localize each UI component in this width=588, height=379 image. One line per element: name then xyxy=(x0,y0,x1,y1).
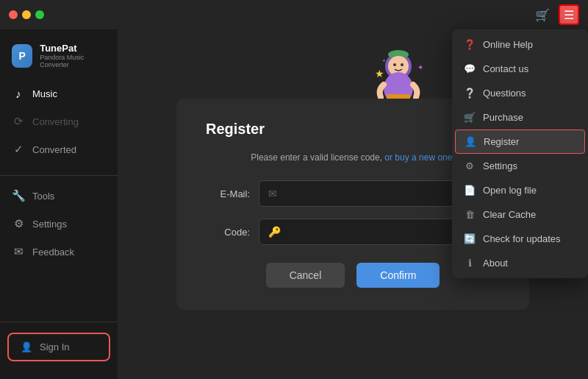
open-log-icon: 📄 xyxy=(464,185,476,196)
svg-text:✦: ✦ xyxy=(417,63,423,71)
sidebar-item-music[interactable]: ♪ Music xyxy=(0,80,118,107)
menu-item-check-updates[interactable]: 🔄 Check for updates xyxy=(452,227,588,251)
title-bar-actions: 🛒 ☰ xyxy=(532,4,579,25)
sidebar-label-music: Music xyxy=(32,88,57,99)
svg-text:+: + xyxy=(382,57,386,64)
menu-item-register[interactable]: 👤 Register xyxy=(455,130,585,154)
menu-item-purchase[interactable]: 🛒 Purchase xyxy=(452,105,588,130)
menu-label-about: About xyxy=(483,258,508,269)
sidebar: P TunePat Pandora Music Converter ♪ Musi… xyxy=(0,29,118,379)
online-help-icon: ❓ xyxy=(464,39,476,50)
sidebar-logo: P TunePat Pandora Music Converter xyxy=(0,37,118,80)
sidebar-nav: ♪ Music ⟳ Converting ✓ Converted 🔧 Tools… xyxy=(0,80,118,322)
sidebar-label-feedback: Feedback xyxy=(32,247,74,258)
menu-item-contact-us[interactable]: 💬 Contact us xyxy=(452,57,588,81)
sidebar-bottom: 👤 Sign In xyxy=(0,322,118,372)
check-updates-icon: 🔄 xyxy=(464,233,476,244)
main-content: ★ ✦ + Register Please enter a valid lice… xyxy=(118,29,588,379)
sidebar-label-tools: Tools xyxy=(32,191,54,202)
menu-item-about[interactable]: ℹ About xyxy=(452,251,588,275)
cancel-button[interactable]: Cancel xyxy=(266,263,345,288)
email-label: E-Mail: xyxy=(206,188,250,199)
settings-icon: ⚙ xyxy=(12,217,25,230)
converted-icon: ✓ xyxy=(12,143,25,156)
menu-item-settings[interactable]: ⚙ Settings xyxy=(452,154,588,178)
menu-label-questions: Questions xyxy=(483,88,526,99)
contact-us-icon: 💬 xyxy=(464,63,476,74)
confirm-button[interactable]: Confirm xyxy=(356,263,440,288)
logo-subtitle: Pandora Music Converter xyxy=(40,54,106,68)
sidebar-item-converted[interactable]: ✓ Converted xyxy=(0,135,118,163)
logo-text: TunePat Pandora Music Converter xyxy=(40,43,106,68)
music-icon: ♪ xyxy=(12,88,25,100)
menu-item-online-help[interactable]: ❓ Online Help xyxy=(452,32,588,57)
code-icon: 🔑 xyxy=(268,226,281,238)
sidebar-item-feedback[interactable]: ✉ Feedback xyxy=(0,238,118,266)
menu-label-settings: Settings xyxy=(483,160,517,171)
menu-label-register: Register xyxy=(484,136,519,147)
menu-label-check-updates: Check for updates xyxy=(483,233,561,244)
sign-in-label: Sign In xyxy=(40,341,69,353)
converting-icon: ⟳ xyxy=(12,115,25,128)
register-info-text: Please enter a valid license code, xyxy=(251,152,382,163)
logo-icon: P xyxy=(12,44,32,68)
sidebar-item-settings[interactable]: ⚙ Settings xyxy=(0,210,118,238)
code-label: Code: xyxy=(206,227,250,238)
menu-label-open-log: Open log file xyxy=(483,185,537,196)
dropdown-menu: ❓ Online Help 💬 Contact us ❔ Questions 🛒… xyxy=(452,29,588,278)
tools-icon: 🔧 xyxy=(12,189,25,202)
sign-in-icon: 👤 xyxy=(21,341,32,353)
sidebar-label-settings: Settings xyxy=(32,219,67,230)
menu-item-open-log[interactable]: 📄 Open log file xyxy=(452,178,588,202)
svg-point-4 xyxy=(393,63,396,66)
email-icon: ✉ xyxy=(268,188,277,199)
svg-text:★: ★ xyxy=(375,68,384,79)
menu-label-contact-us: Contact us xyxy=(483,63,528,74)
sidebar-item-converting: ⟳ Converting xyxy=(0,107,118,135)
logo-title: TunePat xyxy=(40,43,106,54)
sidebar-item-tools[interactable]: 🔧 Tools xyxy=(0,182,118,210)
buy-new-link[interactable]: or buy a new one. xyxy=(384,152,454,163)
menu-label-online-help: Online Help xyxy=(483,39,533,50)
menu-item-questions[interactable]: ❔ Questions xyxy=(452,81,588,105)
sign-in-button[interactable]: 👤 Sign In xyxy=(7,333,110,361)
cart-icon[interactable]: 🛒 xyxy=(532,4,553,25)
minimize-button[interactable] xyxy=(22,10,31,19)
sidebar-label-converted: Converted xyxy=(32,144,76,155)
menu-button[interactable]: ☰ xyxy=(559,4,579,25)
menu-label-clear-cache: Clear Cache xyxy=(483,209,536,220)
sidebar-label-converting: Converting xyxy=(32,116,79,127)
register-icon: 👤 xyxy=(465,136,476,147)
traffic-lights xyxy=(9,10,44,19)
title-bar: 🛒 ☰ xyxy=(0,0,588,29)
purchase-icon: 🛒 xyxy=(464,112,476,123)
clear-cache-icon: 🗑 xyxy=(464,209,476,220)
menu-label-purchase: Purchase xyxy=(483,112,523,123)
maximize-button[interactable] xyxy=(35,10,44,19)
app-layout: P TunePat Pandora Music Converter ♪ Musi… xyxy=(0,29,588,379)
menu-item-clear-cache[interactable]: 🗑 Clear Cache xyxy=(452,202,588,227)
svg-point-5 xyxy=(401,63,404,66)
questions-icon: ❔ xyxy=(464,88,476,99)
about-icon: ℹ xyxy=(464,258,476,269)
close-button[interactable] xyxy=(9,10,18,19)
feedback-icon: ✉ xyxy=(12,245,25,258)
settings-menu-icon: ⚙ xyxy=(464,160,476,171)
